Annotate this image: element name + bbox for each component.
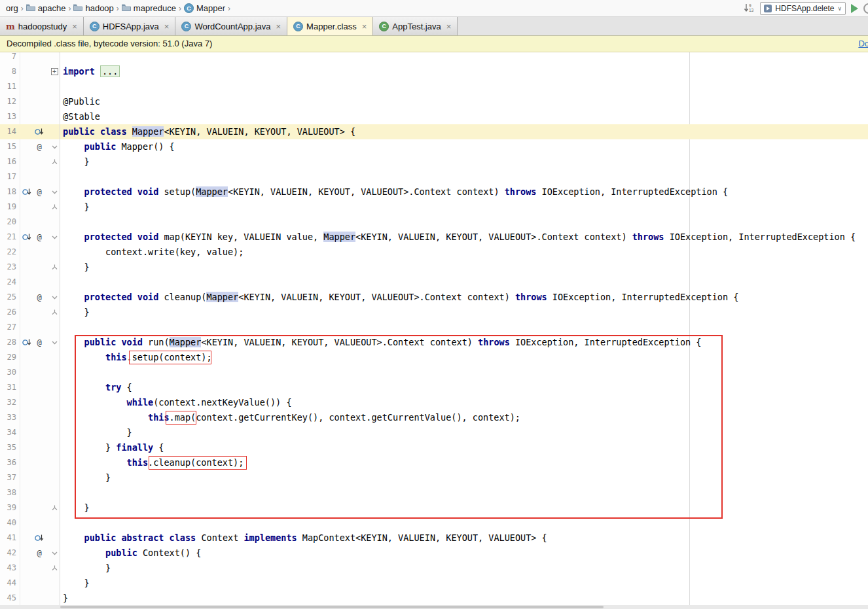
code-line-25[interactable]: protected void cleanup(Mapper<KEYIN, VAL… [60, 290, 868, 305]
fold-end-icon[interactable] [50, 563, 59, 573]
tab-apptest-java[interactable]: CAppTest.java× [373, 17, 458, 35]
fold-end-icon[interactable] [50, 262, 59, 272]
code-area[interactable]: import ...@Public@Stablepublic class Map… [60, 52, 868, 605]
code-line-21[interactable]: protected void map(KEYIN key, VALUEIN va… [60, 230, 868, 245]
fold-collapse-icon[interactable] [50, 187, 59, 197]
breadcrumb-item-mapreduce[interactable]: mapreduce [120, 3, 178, 13]
line-number[interactable]: 43 [0, 561, 16, 576]
annotation-icon[interactable]: @ [35, 143, 44, 151]
line-number[interactable]: 35 [0, 440, 16, 455]
line-number[interactable]: 24 [0, 275, 16, 290]
overridden-method-icon[interactable] [22, 338, 31, 347]
line-number[interactable]: 20 [0, 215, 16, 230]
annotation-icon[interactable]: @ [35, 293, 44, 302]
tab-wordcountapp-java[interactable]: CWordCountApp.java× [175, 17, 287, 35]
line-number[interactable]: 18 [0, 184, 16, 200]
line-number[interactable]: 25 [0, 290, 16, 305]
line-number[interactable]: 34 [0, 425, 16, 440]
line-number[interactable]: 22 [0, 245, 16, 260]
breadcrumb-item-org[interactable]: org [4, 3, 20, 13]
code-line-44[interactable]: } [60, 576, 868, 591]
banner-action-link[interactable]: Do [858, 36, 868, 52]
line-number[interactable]: 15 [0, 139, 16, 154]
code-line-28[interactable]: public void run(Mapper<KEYIN, VALUEIN, K… [60, 335, 868, 350]
fold-end-icon[interactable] [50, 503, 59, 513]
line-number[interactable]: 14 [0, 124, 16, 139]
coverage-icon[interactable] [863, 3, 868, 14]
code-line-42[interactable]: public Context() { [60, 546, 868, 561]
annotation-icon[interactable]: @ [35, 338, 44, 347]
line-number[interactable]: 28 [0, 335, 16, 350]
code-line-39[interactable]: } [60, 500, 868, 515]
fold-end-icon[interactable] [50, 307, 59, 317]
sort-icon[interactable]: 9 13 [744, 3, 755, 15]
line-number[interactable]: 12 [0, 94, 16, 109]
line-number[interactable]: 16 [0, 154, 16, 169]
annotation-icon[interactable]: @ [35, 188, 44, 196]
line-number[interactable]: 44 [0, 576, 16, 591]
line-number[interactable]: 30 [0, 365, 16, 380]
code-line-8[interactable]: import ... [60, 64, 868, 79]
breadcrumb-item-mapper[interactable]: CMapper [182, 3, 227, 13]
code-line-11[interactable] [60, 79, 868, 94]
line-number[interactable]: 41 [0, 531, 16, 546]
code-line-15[interactable]: public Mapper() { [60, 139, 868, 154]
close-icon[interactable]: × [362, 22, 367, 31]
line-number[interactable]: 33 [0, 410, 16, 425]
breadcrumb-item-apache[interactable]: apache [24, 3, 68, 13]
code-line-31[interactable]: try { [60, 380, 868, 395]
line-number[interactable]: 45 [0, 591, 16, 605]
line-number[interactable]: 11 [0, 79, 16, 94]
close-icon[interactable]: × [164, 22, 170, 31]
line-number[interactable]: 17 [0, 169, 16, 184]
breadcrumb-item-hadoop[interactable]: hadoop [71, 3, 115, 13]
overridden-method-icon[interactable] [35, 534, 44, 542]
fold-expand-icon[interactable]: + [50, 67, 59, 77]
code-line-30[interactable] [60, 365, 868, 380]
code-line-35[interactable]: } finally { [60, 440, 868, 455]
code-line-45[interactable]: } [60, 591, 868, 605]
code-line-13[interactable]: @Stable [60, 109, 868, 124]
line-number[interactable]: 40 [0, 515, 16, 531]
line-number[interactable]: 37 [0, 470, 16, 485]
fold-end-icon[interactable] [50, 202, 59, 212]
close-icon[interactable]: × [446, 22, 452, 31]
code-line-17[interactable] [60, 169, 868, 184]
fold-collapse-icon[interactable] [50, 548, 59, 558]
fold-collapse-icon[interactable] [50, 142, 59, 152]
line-number[interactable]: 23 [0, 260, 16, 275]
overridden-method-icon[interactable] [35, 128, 44, 136]
overridden-method-icon[interactable] [22, 188, 31, 196]
fold-collapse-icon[interactable] [50, 338, 59, 347]
code-line-26[interactable]: } [60, 305, 868, 320]
line-number[interactable]: 29 [0, 350, 16, 365]
line-number[interactable]: 31 [0, 380, 16, 395]
run-button[interactable] [851, 4, 858, 13]
line-number[interactable]: 8 [0, 64, 16, 79]
code-line-40[interactable] [60, 515, 868, 531]
tab-hadoopstudy[interactable]: mhadoopstudy× [0, 17, 84, 35]
line-number[interactable]: 26 [0, 305, 16, 320]
fold-collapse-icon[interactable] [50, 232, 59, 242]
line-number[interactable]: 36 [0, 455, 16, 470]
line-number[interactable]: 7 [0, 52, 16, 64]
code-line-36[interactable]: this.cleanup(context); [60, 455, 868, 470]
horizontal-scrollbar-thumb[interactable] [60, 606, 604, 608]
fold-end-icon[interactable] [50, 157, 59, 167]
code-line-27[interactable] [60, 320, 868, 335]
fold-collapse-icon[interactable] [50, 292, 59, 302]
annotation-icon[interactable]: @ [35, 233, 44, 241]
line-number[interactable]: 32 [0, 395, 16, 410]
code-line-20[interactable] [60, 215, 868, 230]
code-line-18[interactable]: protected void setup(Mapper<KEYIN, VALUE… [60, 184, 868, 200]
code-line-24[interactable] [60, 275, 868, 290]
tab-hdfsapp-java[interactable]: CHDFSApp.java× [84, 17, 176, 35]
close-icon[interactable]: × [276, 22, 281, 31]
run-config-selector[interactable]: HDFSApp.delete ∨ [760, 2, 846, 15]
code-line-41[interactable]: public abstract class Context implements… [60, 531, 868, 546]
annotation-icon[interactable]: @ [35, 549, 44, 557]
code-line-29[interactable]: this.setup(context); [60, 350, 868, 365]
code-line-14[interactable]: public class Mapper<KEYIN, VALUEIN, KEYO… [0, 124, 868, 139]
folded-import-region[interactable]: ... [100, 65, 120, 77]
line-number[interactable]: 19 [0, 200, 16, 215]
